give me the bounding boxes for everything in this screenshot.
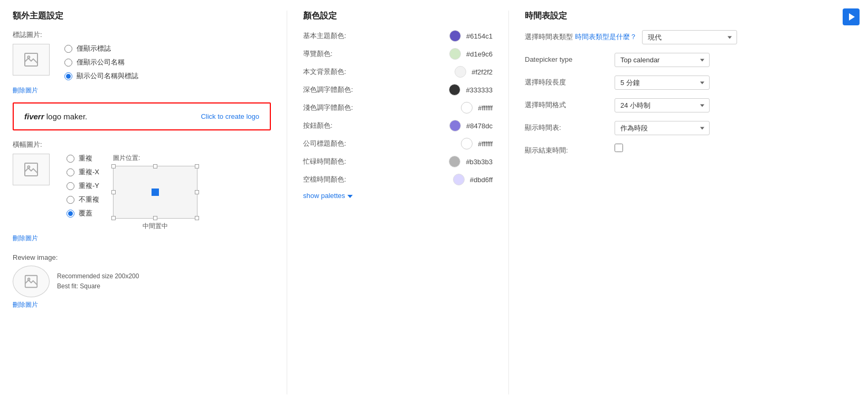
radio-company-and-logo[interactable]: 顯示公司名稱與標誌 [64, 71, 138, 81]
radio-logo-only[interactable]: 僅顯示標誌 [64, 44, 138, 53]
radio-company-and-logo-label: 顯示公司名稱與標誌 [77, 71, 138, 81]
svg-point-1 [27, 56, 30, 58]
color-swatch-row-0: #6154c1 [449, 30, 493, 42]
radio-company-only[interactable]: 僅顯示公司名稱 [64, 58, 138, 67]
position-caption: 中間置中 [143, 222, 168, 231]
dropdown-time-format[interactable]: 24 小時制 12 小時制 [615, 98, 710, 112]
timetable-row-3: 選擇時間格式 24 小時制 12 小時制 [525, 98, 855, 112]
fiverr-logo-maker-text: logo maker. [46, 112, 88, 121]
color-swatch-row-5: #8478dc [449, 120, 493, 131]
color-row-8: 空檔時間顏色: #dbd6ff [303, 174, 493, 185]
color-swatch-3[interactable] [449, 84, 460, 96]
handle-br [195, 216, 199, 220]
color-hex-7: #b3b3b3 [466, 158, 493, 166]
timetable-label-1: Datepicker type [525, 53, 609, 64]
logo-label: 標誌圖片: [13, 30, 271, 40]
position-grid[interactable] [113, 166, 197, 219]
col-color-settings: 顏色設定 基本主題顏色: #6154c1 導覽顏色: #d1e9c6 本文背景顏… [287, 11, 509, 394]
dropdown-slot-length[interactable]: 5 分鐘 10 分鐘 15 分鐘 30 分鐘 60 分鐘 [615, 76, 710, 90]
color-swatch-5[interactable] [449, 120, 461, 131]
color-label-4: 淺色調字體顏色: [303, 103, 366, 112]
show-palettes-label: show palettes [303, 192, 345, 200]
page-container: 額外主題設定 標誌圖片: 僅顯示標誌 僅顯示公司名稱 [0, 0, 868, 405]
logo-section-row: 僅顯示標誌 僅顯示公司名稱 顯示公司名稱與標誌 [13, 44, 271, 81]
color-row-0: 基本主題顏色: #6154c1 [303, 30, 493, 42]
color-swatch-row-4: #ffffff [461, 102, 493, 114]
review-recommended: Recommended size 200x200 [57, 271, 139, 281]
color-row-5: 按鈕顏色: #8478dc [303, 120, 493, 131]
color-swatch-2[interactable] [455, 66, 466, 78]
color-swatch-0[interactable] [449, 30, 461, 42]
timetable-label-text-0: 選擇時間表類型 [525, 33, 575, 41]
fiverr-create-link[interactable]: Click to create logo [201, 112, 259, 120]
dropdown-timetable-type[interactable]: 現代 傳統 簡約 [642, 30, 737, 44]
timetable-row-5: 顯示結束時間: [525, 144, 855, 155]
color-hex-8: #dbd6ff [470, 176, 493, 184]
color-hex-0: #6154c1 [466, 32, 493, 40]
svg-point-3 [27, 166, 30, 168]
color-label-5: 按鈕顏色: [303, 121, 366, 130]
radio-repeat-label: 重複 [79, 154, 92, 163]
color-hex-5: #8478dc [466, 122, 493, 130]
fiverr-logo-text: fiverr logo maker. [24, 112, 87, 121]
color-list: 基本主題顏色: #6154c1 導覽顏色: #d1e9c6 本文背景顏色: #f… [303, 30, 493, 185]
color-swatch-8[interactable] [453, 174, 465, 185]
dropdown-datepicker-type[interactable]: Top calendar Side calendar Inline [615, 53, 710, 67]
radio-repeat-y[interactable]: 重複-Y [67, 181, 99, 191]
radio-repeat[interactable]: 重複 [67, 154, 99, 163]
handle-tr [195, 164, 199, 168]
delete-review-link[interactable]: 刪除圖片 [13, 300, 38, 309]
color-swatch-row-1: #d1e9c6 [449, 48, 493, 60]
review-bestfit: Best fit: Square [57, 281, 139, 291]
timetable-type-link[interactable]: 時間表類型是什麼？ [575, 33, 637, 41]
color-row-6: 公司標題顏色: #ffffff [303, 138, 493, 149]
timetable-row-1: Datepicker type Top calendar Side calend… [525, 53, 855, 67]
review-placeholder-icon [23, 274, 39, 289]
color-swatch-row-6: #ffffff [461, 138, 493, 149]
color-swatch-7[interactable] [449, 156, 460, 167]
radio-repeat-x[interactable]: 重複-X [67, 167, 99, 177]
dropdown-wrapper-4: 作為時段 作為日曆 [615, 121, 710, 135]
color-row-1: 導覽顏色: #d1e9c6 [303, 48, 493, 60]
logo-radio-group: 僅顯示標誌 僅顯示公司名稱 顯示公司名稱與標誌 [64, 44, 138, 81]
radio-company-only-label: 僅顯示公司名稱 [77, 58, 125, 67]
radio-logo-only-label: 僅顯示標誌 [77, 44, 111, 53]
color-row-3: 深色調字體顏色: #333333 [303, 84, 493, 96]
color-hex-3: #333333 [466, 86, 493, 94]
color-label-2: 本文背景顏色: [303, 67, 366, 77]
timetable-row-4: 顯示時間表: 作為時段 作為日曆 [525, 121, 855, 135]
banner-image-placeholder [13, 154, 50, 185]
color-hex-1: #d1e9c6 [466, 50, 493, 58]
color-hex-2: #f2f2f2 [471, 68, 493, 76]
radio-cover-label: 覆蓋 [79, 209, 92, 218]
color-swatch-6[interactable] [461, 138, 473, 149]
color-swatch-1[interactable] [449, 48, 461, 60]
banner-radio-group: 重複 重複-X 重複-Y 不重複 [67, 154, 99, 218]
color-swatch-row-7: #b3b3b3 [449, 156, 493, 167]
timetable-row-2: 選擇時段長度 5 分鐘 10 分鐘 15 分鐘 30 分鐘 60 分鐘 [525, 76, 855, 90]
color-swatch-4[interactable] [461, 102, 473, 114]
delete-banner-link[interactable]: 刪除圖片 [13, 234, 38, 243]
color-label-1: 導覽顏色: [303, 49, 366, 59]
dropdown-wrapper-3: 24 小時制 12 小時制 [615, 98, 710, 112]
radio-no-repeat-label: 不重複 [79, 195, 99, 204]
play-icon [849, 13, 855, 21]
color-swatch-row-3: #333333 [449, 84, 493, 96]
handle-ml [111, 190, 116, 194]
show-palettes-button[interactable]: show palettes [303, 192, 493, 200]
delete-logo-link[interactable]: 刪除圖片 [13, 86, 38, 95]
dropdown-display-timetable[interactable]: 作為時段 作為日曆 [615, 121, 710, 135]
radio-no-repeat[interactable]: 不重複 [67, 195, 99, 204]
banner-row: 重複 重複-X 重複-Y 不重複 [13, 154, 271, 231]
dropdown-wrapper-1: Top calendar Side calendar Inline [615, 53, 710, 67]
logo-placeholder-icon [23, 51, 40, 68]
position-grid-container: 中間置中 [113, 166, 197, 231]
checkbox-show-end-time[interactable] [615, 144, 623, 152]
timetable-label-2: 選擇時段長度 [525, 76, 609, 87]
radio-cover[interactable]: 覆蓋 [67, 209, 99, 218]
dropdown-wrapper-0: 現代 傳統 簡約 [642, 30, 737, 44]
color-label-6: 公司標題顏色: [303, 139, 366, 148]
fiverr-brand-text: fiverr [24, 112, 44, 121]
handle-mr [195, 190, 199, 194]
top-right-button[interactable] [843, 8, 860, 25]
